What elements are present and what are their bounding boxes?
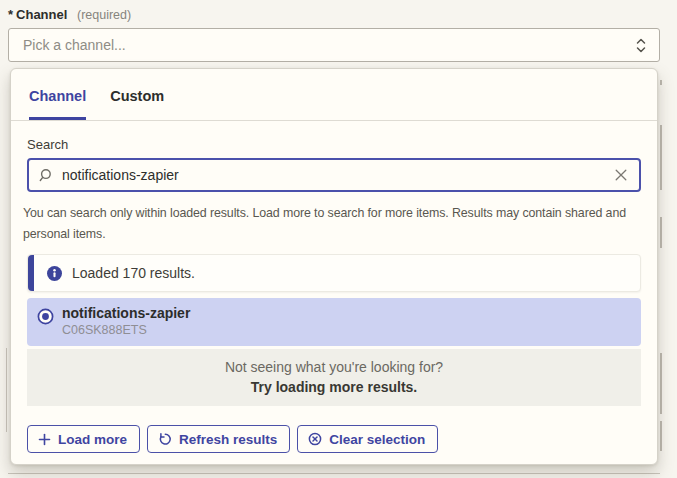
- rotate-ccw-icon: [158, 432, 172, 446]
- underlying-field-border: [8, 473, 660, 474]
- dropdown-actions: Load more Refresh results: [27, 425, 641, 453]
- clear-search-icon[interactable]: [613, 167, 629, 183]
- load-more-label: Load more: [58, 432, 127, 447]
- plus-icon: [38, 433, 51, 446]
- dropdown-content: Search You can search only within loaded…: [11, 121, 657, 453]
- refresh-results-button[interactable]: Refresh results: [147, 425, 290, 453]
- search-helper-text: You can search only within loaded result…: [23, 203, 645, 245]
- radio-selected-icon: [37, 308, 54, 346]
- info-circle-icon: [47, 266, 62, 284]
- chevron-up-down-icon: [635, 37, 647, 54]
- refresh-results-label: Refresh results: [179, 432, 277, 447]
- clear-selection-button[interactable]: Clear selection: [297, 425, 438, 453]
- result-channel-id: C06SK888ETS: [62, 323, 190, 338]
- search-label: Search: [27, 137, 641, 152]
- required-asterisk: *: [8, 7, 13, 22]
- underlying-field-border: [660, 80, 662, 85]
- result-title: notifications-zapier: [62, 305, 190, 322]
- hint-question: Not seeing what you're looking for?: [27, 359, 641, 376]
- underlying-field-border: [660, 353, 662, 414]
- tab-bar: Channel Custom: [11, 69, 657, 121]
- tab-channel[interactable]: Channel: [29, 89, 86, 120]
- result-meta: notifications-zapier C06SK888ETS: [62, 305, 190, 346]
- underlying-field-border: [660, 125, 662, 190]
- search-input[interactable]: [62, 167, 605, 183]
- required-note: (required): [77, 8, 131, 22]
- helper-line-2: personal items.: [23, 227, 106, 241]
- field-label-text: Channel: [16, 7, 67, 22]
- underlying-field-border: [6, 348, 7, 432]
- load-more-hint: Not seeing what you're looking for? Try …: [27, 349, 641, 406]
- info-banner-text: Loaded 170 results.: [72, 265, 195, 281]
- x-circle-icon: [308, 432, 322, 446]
- magnifier-icon: [39, 168, 54, 183]
- load-more-button[interactable]: Load more: [27, 425, 140, 453]
- helper-line-1: You can search only within loaded result…: [23, 206, 626, 220]
- tab-custom[interactable]: Custom: [110, 89, 164, 120]
- underlying-field-border: [660, 217, 662, 248]
- select-placeholder: Pick a channel...: [23, 37, 635, 53]
- search-input-wrapper: [27, 158, 641, 192]
- field-label: *Channel (required): [8, 7, 131, 22]
- result-option-notifications-zapier[interactable]: notifications-zapier C06SK888ETS: [27, 298, 641, 346]
- channel-dropdown-panel: Channel Custom Search You can search onl…: [10, 68, 658, 465]
- info-banner: Loaded 170 results.: [27, 254, 641, 292]
- underlying-field-border: [660, 421, 662, 451]
- clear-selection-label: Clear selection: [329, 432, 425, 447]
- try-loading-more-link[interactable]: Try loading more results.: [27, 379, 641, 396]
- info-banner-accent-bar: [28, 255, 34, 291]
- channel-select[interactable]: Pick a channel...: [8, 28, 660, 62]
